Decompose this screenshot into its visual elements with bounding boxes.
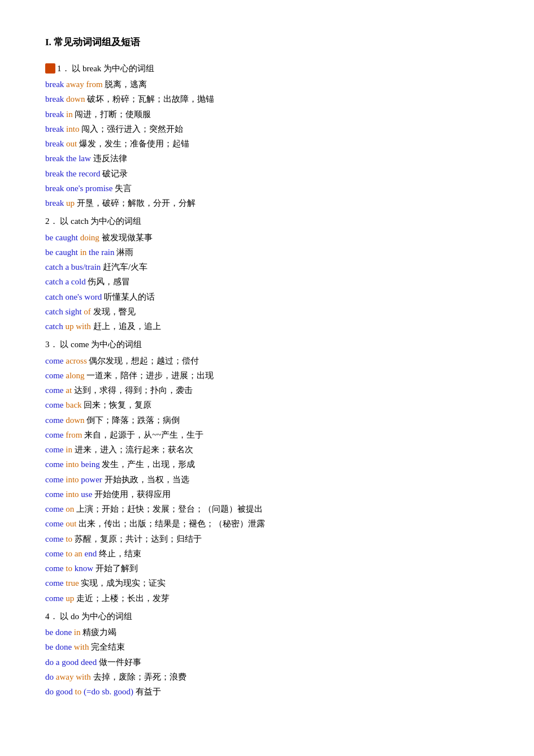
zh-meaning: 终止，结束 xyxy=(97,549,141,558)
list-item: break the law 违反法律 xyxy=(45,151,489,166)
page-title: I. 常见动词词组及短语 xyxy=(45,34,489,51)
zh-meaning: 开始了解到 xyxy=(93,564,138,573)
zh-meaning: 做一件好事 xyxy=(97,658,141,667)
zh-meaning: 一道来，陪伴；进步，进展；出现 xyxy=(85,371,214,380)
list-item: catch one's word 听懂某人的话 xyxy=(45,290,489,304)
zh-meaning: 来自，起源于，从~~产生，生于 xyxy=(82,430,203,439)
zh-meaning: 有益于 xyxy=(133,687,161,696)
list-item: break into 闯入；强行进入；突然开始 xyxy=(45,122,489,136)
zh-meaning: 被发现做某事 xyxy=(99,233,153,242)
zh-meaning: 出来，传出；出版；结果是；褪色；（秘密）泄露 xyxy=(76,519,265,528)
list-item: come up 走近；上楼；长出，发芽 xyxy=(45,591,489,606)
section-header-break: 1． 以 break 为中心的词组 xyxy=(45,61,489,76)
list-item: come down 倒下；降落；跌落；病倒 xyxy=(45,413,489,427)
sections-container: 1． 以 break 为中心的词组break away from 脱离，逃离br… xyxy=(45,61,489,699)
section-number: 2． xyxy=(45,217,60,226)
zh-meaning: 偶尔发现，想起；越过；偿付 xyxy=(87,356,199,365)
section-title-text: 以 break 为中心的词组 xyxy=(72,64,154,73)
section-number: 3． xyxy=(45,340,60,349)
section-catch: 2． 以 catch 为中心的词组be caught doing 被发现做某事b… xyxy=(45,214,489,334)
section-header-come: 3． 以 come 为中心的词组 xyxy=(45,337,489,352)
list-item: break in 闯进，打断；使顺服 xyxy=(45,107,489,122)
list-item: come true 实现，成为现实；证实 xyxy=(45,576,489,590)
list-item: catch a cold 伤风，感冒 xyxy=(45,274,489,289)
zh-meaning: 去掉，废除；弄死；浪费 xyxy=(91,672,186,681)
section-header-do: 4． 以 do 为中心的词组 xyxy=(45,609,489,624)
section-come: 3． 以 come 为中心的词组come across 偶尔发现，想起；越过；偿… xyxy=(45,337,489,606)
section-number: 4． xyxy=(45,612,60,621)
list-item: come to know 开始了解到 xyxy=(45,561,489,576)
list-item: come on 上演；开始；赶快；发展；登台；（问题）被提出 xyxy=(45,502,489,516)
list-item: come out 出来，传出；出版；结果是；褪色；（秘密）泄露 xyxy=(45,516,489,531)
zh-meaning: 开垦，破碎；解散，分开，分解 xyxy=(75,198,196,208)
list-item: break down 破坏，粉碎；瓦解；出故障，抛锚 xyxy=(45,92,489,106)
bookmark-icon xyxy=(45,64,57,73)
zh-meaning: 进来，进入；流行起来；获名次 xyxy=(72,445,193,454)
zh-meaning: 完全结束 xyxy=(89,642,125,651)
zh-meaning: 破坏，粉碎；瓦解；出故障，抛锚 xyxy=(85,94,214,103)
zh-meaning: 精疲力竭 xyxy=(81,628,117,637)
list-item: be done with 完全结束 xyxy=(45,640,489,654)
zh-meaning: 上演；开始；赶快；发展；登台；（问题）被提出 xyxy=(74,504,263,513)
list-item: come to an end 终止，结束 xyxy=(45,546,489,561)
zh-meaning: 发现，瞥见 xyxy=(91,307,136,316)
zh-meaning: 违反法律 xyxy=(91,154,127,163)
zh-meaning: 听懂某人的话 xyxy=(102,292,155,301)
section-title-text: 以 do 为中心的词组 xyxy=(60,612,132,621)
section-header-catch: 2． 以 catch 为中心的词组 xyxy=(45,214,489,228)
list-item: be caught doing 被发现做某事 xyxy=(45,230,489,245)
list-item: break away from 脱离，逃离 xyxy=(45,77,489,92)
zh-meaning: 苏醒，复原；共计；达到；归结于 xyxy=(72,534,202,543)
list-item: catch sight of 发现，瞥见 xyxy=(45,304,489,319)
section-number: 1． xyxy=(57,64,72,73)
zh-meaning: 发生，产生，出现，形成 xyxy=(100,460,196,469)
zh-meaning: 闯进，打断；使顺服 xyxy=(73,110,151,119)
zh-meaning: 开始执政，当权，当选 xyxy=(102,475,189,484)
zh-meaning: 开始使用，获得应用 xyxy=(92,490,171,499)
list-item: come into use 开始使用，获得应用 xyxy=(45,487,489,502)
list-item: be caught in the rain 淋雨 xyxy=(45,245,489,260)
list-item: come along 一道来，陪伴；进步，进展；出现 xyxy=(45,368,489,383)
zh-meaning: 回来；恢复，复原 xyxy=(82,400,152,409)
list-item: do away with 去掉，废除；弄死；浪费 xyxy=(45,669,489,684)
zh-meaning: 实现，成为现实；证实 xyxy=(79,578,166,587)
section-break: 1． 以 break 为中心的词组break away from 脱离，逃离br… xyxy=(45,61,489,211)
zh-meaning: 闯入；强行进入；突然开始 xyxy=(79,124,183,133)
section-title-text: 以 come 为中心的词组 xyxy=(60,340,142,349)
list-item: do a good deed 做一件好事 xyxy=(45,655,489,669)
list-item: catch up with 赶上，追及，追上 xyxy=(45,319,489,334)
list-item: come at 达到，求得，得到；扑向，袭击 xyxy=(45,383,489,398)
zh-meaning: 伤风，感冒 xyxy=(86,277,131,286)
section-title-text: 以 catch 为中心的词组 xyxy=(60,217,141,226)
zh-meaning: 爆发，发生；准备使用；起锚 xyxy=(77,139,189,148)
list-item: break up 开垦，破碎；解散，分开，分解 xyxy=(45,196,489,210)
zh-meaning: 达到，求得，得到；扑向，袭击 xyxy=(72,386,193,395)
list-item: come to 苏醒，复原；共计；达到；归结于 xyxy=(45,532,489,546)
zh-meaning: 淋雨 xyxy=(114,248,133,257)
zh-meaning: 脱离，逃离 xyxy=(103,80,147,89)
list-item: come into being 发生，产生，出现，形成 xyxy=(45,457,489,472)
list-item: come in 进来，进入；流行起来；获名次 xyxy=(45,442,489,457)
zh-meaning: 倒下；降落；跌落；病倒 xyxy=(85,416,180,425)
main-container: I. 常见动词词组及短语 1． 以 break 为中心的词组break away… xyxy=(45,34,489,699)
list-item: come from 来自，起源于，从~~产生，生于 xyxy=(45,427,489,442)
section-do: 4． 以 do 为中心的词组be done in 精疲力竭be done wit… xyxy=(45,609,489,699)
zh-meaning: 赶上，追及，追上 xyxy=(91,322,161,331)
list-item: break out 爆发，发生；准备使用；起锚 xyxy=(45,136,489,151)
list-item: catch a bus/train 赶汽车/火车 xyxy=(45,260,489,274)
list-item: do good to (=do sb. good) 有益于 xyxy=(45,684,489,699)
list-item: be done in 精疲力竭 xyxy=(45,625,489,640)
list-item: break one's promise 失言 xyxy=(45,181,489,196)
zh-meaning: 赶汽车/火车 xyxy=(101,262,147,271)
zh-meaning: 走近；上楼；长出，发芽 xyxy=(74,594,170,603)
list-item: come across 偶尔发现，想起；越过；偿付 xyxy=(45,353,489,368)
list-item: break the record 破记录 xyxy=(45,166,489,181)
list-item: come into power 开始执政，当权，当选 xyxy=(45,472,489,487)
list-item: come back 回来；恢复，复原 xyxy=(45,398,489,412)
zh-meaning: 破记录 xyxy=(100,169,128,178)
zh-meaning: 失言 xyxy=(112,184,132,193)
